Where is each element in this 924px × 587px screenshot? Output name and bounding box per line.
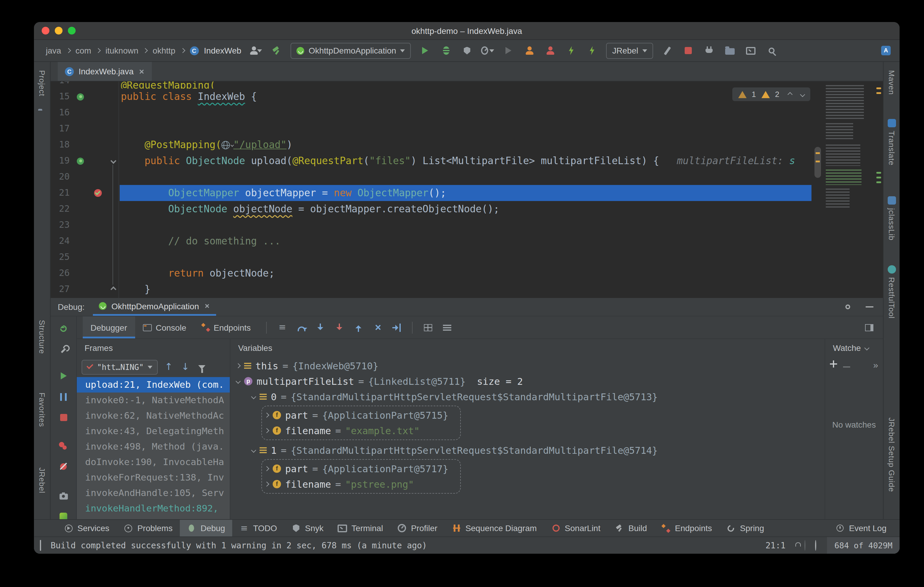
thread-selector[interactable]: "htt…NING"	[82, 360, 158, 374]
frame-row[interactable]: invokeAndHandle:105, Serv	[77, 485, 230, 501]
add-watch-button[interactable]	[830, 359, 837, 370]
gutter-breakpoint-slot[interactable]	[89, 189, 107, 197]
breadcrumb-item[interactable]: okhttp	[153, 46, 175, 55]
modify-run-config-button[interactable]	[56, 342, 71, 356]
attach-button[interactable]	[703, 44, 716, 57]
tab-debugger[interactable]: Debugger	[83, 316, 135, 339]
minimap[interactable]	[823, 82, 873, 298]
step-into-button[interactable]	[313, 320, 328, 335]
jclasslib-icon[interactable]	[888, 196, 896, 207]
tool-button-maven[interactable]: Maven	[883, 70, 899, 95]
spring-bean-icon[interactable]	[77, 157, 84, 164]
step-out-button[interactable]	[351, 320, 366, 335]
spring-bean-icon[interactable]	[77, 93, 84, 100]
jrebel-debug-button[interactable]	[586, 44, 599, 57]
breadcrumb-item[interactable]: IndexWeb	[204, 46, 241, 55]
frame-row[interactable]: upload:21, IndexWeb (com.	[77, 377, 230, 393]
debug-session-tab[interactable]: OkhttpDemoApplication	[93, 298, 216, 316]
tool-button-project[interactable]: Project	[34, 70, 50, 96]
toggle-toolwindows-button[interactable]	[40, 541, 41, 550]
settings-button[interactable]	[841, 304, 854, 309]
breadcrumb-item[interactable]: java	[46, 46, 61, 55]
toolwindow-build[interactable]: Build	[607, 520, 654, 536]
fold-marker[interactable]	[110, 286, 116, 292]
pencil-tool-button[interactable]	[661, 44, 674, 57]
code-line[interactable]: 22 ObjectNode objectNode = objectMapper.…	[51, 201, 812, 217]
code-line[interactable]: 27 }	[51, 281, 812, 298]
step-over-button[interactable]	[294, 320, 309, 335]
breakpoint-icon[interactable]	[94, 189, 102, 197]
code-line[interactable]: 20	[51, 169, 812, 185]
force-step-into-button[interactable]	[332, 320, 347, 335]
toolwindow-event-log[interactable]: Event Log	[828, 520, 894, 536]
gradle-status-button[interactable]	[805, 541, 806, 550]
code-line[interactable]: 26 return objectNode;	[51, 265, 812, 281]
build-project-button[interactable]	[270, 44, 283, 57]
close-window-icon[interactable]	[42, 27, 50, 35]
breadcrumb-item[interactable]: ituknown	[106, 46, 139, 55]
coverage-button[interactable]	[460, 44, 474, 57]
editor-tab[interactable]: IndexWeb.java	[58, 62, 152, 81]
toolwindow-sonarlint[interactable]: SonarLint	[544, 520, 607, 536]
frame-row[interactable]: invokeHandlerMethod:892,	[77, 501, 230, 516]
minimize-window-icon[interactable]	[55, 27, 63, 35]
tool-button-restfultool[interactable]: RestfulTool	[883, 277, 899, 319]
more-icon[interactable]: »	[873, 360, 878, 370]
prev-issue-icon[interactable]	[788, 92, 793, 97]
variable-row-item0[interactable]: 0 = {StandardMultipartHttpServletRequest…	[230, 389, 825, 404]
collab-orange-button[interactable]	[523, 44, 536, 57]
terminal-button[interactable]	[744, 44, 757, 57]
toolwindow-snyk[interactable]: Snyk	[284, 520, 331, 536]
project-structure-button[interactable]	[723, 44, 736, 57]
restfultool-icon[interactable]	[888, 265, 896, 276]
frame-row[interactable]: doInvoke:190, InvocableHa	[77, 454, 230, 470]
variable-row-item1[interactable]: 1 = {StandardMultipartHttpServletRequest…	[230, 442, 825, 458]
reset-frame-button[interactable]	[370, 320, 385, 335]
toolwindow-todo[interactable]: ≡TODO	[232, 520, 284, 536]
filter-frames-button[interactable]	[196, 359, 208, 375]
run-disabled-button[interactable]	[502, 44, 515, 57]
run-configuration-selector[interactable]: OkhttpDemoApplication	[291, 43, 411, 59]
caret-position[interactable]: 21:1	[766, 541, 785, 550]
thread-dump-button[interactable]	[56, 488, 71, 503]
editor-scrollbar-thumb[interactable]	[815, 147, 821, 178]
variable-row-part[interactable]: part = {ApplicationPart@5715}	[265, 408, 448, 423]
background-tasks-button[interactable]	[815, 541, 817, 550]
breadcrumb-item[interactable]: com	[75, 46, 91, 55]
translate-button[interactable]	[879, 44, 893, 57]
variable-row-filename[interactable]: filename = "example.txt"	[265, 423, 448, 438]
frame-row[interactable]: invoke0:-1, NativeMethodA	[77, 393, 230, 408]
variable-row-this[interactable]: this = {IndexWeb@5710}	[230, 358, 825, 373]
code-line[interactable]: 19 public ObjectNode upload(@RequestPart…	[51, 153, 812, 169]
tab-endpoints[interactable]: Endpoints	[194, 316, 259, 339]
profiler-button[interactable]	[481, 44, 495, 57]
tool-button-favorites[interactable]: Favorites	[34, 393, 50, 427]
toolwindow-profiler[interactable]: Profiler	[390, 520, 445, 536]
toolwindow-terminal[interactable]: Terminal	[331, 520, 390, 536]
status-message[interactable]: Build completed successfully with 1 warn…	[51, 541, 427, 550]
code-editor[interactable]: 14@RequestMapping(15public class IndexWe…	[51, 82, 883, 298]
run-button[interactable]	[419, 44, 432, 57]
tool-button-structure[interactable]: Structure	[34, 320, 50, 354]
tool-button-jrebel-guide[interactable]: JRebel Setup Guide	[883, 418, 899, 492]
frame-row[interactable]: invoke:43, DelegatingMeth	[77, 423, 230, 439]
close-icon[interactable]	[139, 69, 144, 74]
tab-console[interactable]: Console	[135, 316, 194, 339]
close-icon[interactable]	[205, 304, 210, 309]
toolwindow-problems[interactable]: Problems	[116, 520, 180, 536]
resume-button[interactable]	[56, 369, 71, 383]
rerun-button[interactable]	[56, 321, 71, 335]
toolwindow-sequence-diagram[interactable]: Sequence Diagram	[444, 520, 544, 536]
toolwindow-debug[interactable]: Debug	[180, 520, 233, 536]
variable-row-multipartfilelist[interactable]: multipartFileList = {LinkedList@5711} si…	[230, 373, 825, 389]
show-execution-point-button[interactable]: ≡	[274, 320, 290, 335]
code-line[interactable]: 14@RequestMapping(	[51, 82, 812, 89]
hide-button[interactable]	[863, 306, 876, 307]
frame-down-button[interactable]: ↓	[180, 359, 191, 375]
frame-row[interactable]: invoke:498, Method (java.	[77, 439, 230, 454]
globe-icon[interactable]	[221, 141, 230, 149]
profile-button[interactable]	[249, 44, 262, 57]
code-line[interactable]: 18 @PostMapping("/upload")	[51, 137, 812, 153]
code-line[interactable]: 17	[51, 121, 812, 137]
frame-row[interactable]: invokeForRequest:138, Inv	[77, 470, 230, 485]
